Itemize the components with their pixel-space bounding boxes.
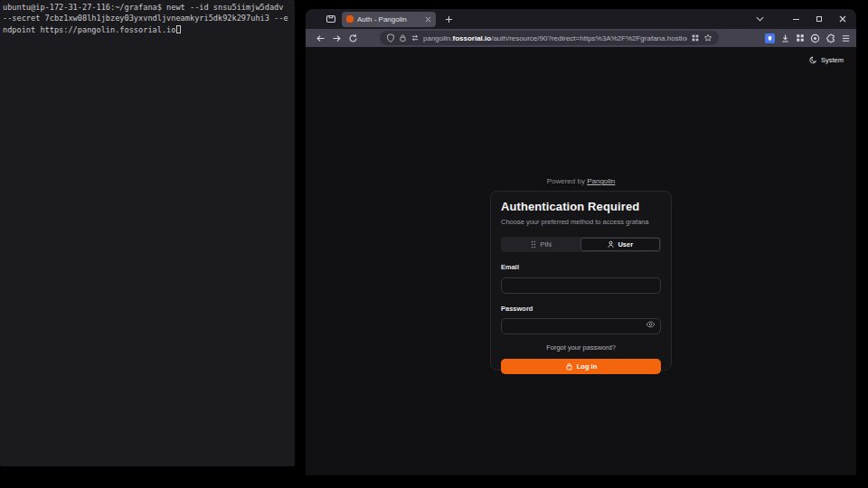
tab-pin-label: PIN	[540, 240, 552, 249]
connection-lock-icon[interactable]	[399, 33, 407, 42]
terminal-line: ubuntu@ip-172-31-27-116:~/grafana$ newt …	[3, 2, 295, 13]
tab-close-icon[interactable]	[425, 16, 431, 23]
user-person-icon	[607, 240, 615, 249]
pangolin-brand-link[interactable]: Pangolin	[587, 177, 615, 185]
window-close-icon[interactable]	[836, 13, 849, 25]
tab-list-chevron-down-icon[interactable]	[753, 13, 766, 25]
bookmark-star-icon[interactable]	[703, 33, 712, 42]
terminal-cursor	[176, 25, 180, 33]
password-label: Password	[501, 305, 661, 313]
terminal-line-text: ndpoint https://pangolin.fossorial.io	[3, 25, 175, 34]
window-maximize-icon[interactable]	[813, 13, 826, 25]
circle-extension-icon[interactable]	[810, 33, 820, 43]
firefox-view-icon[interactable]	[326, 14, 336, 24]
screen: ubuntu@ip-172-31-27-116:~/grafana$ newt …	[0, 0, 868, 488]
browser-tab-auth-pangolin[interactable]: Auth - Pangolin	[342, 12, 436, 27]
swap-arrows-permission-icon[interactable]	[410, 33, 420, 42]
password-field[interactable]	[501, 318, 661, 334]
terminal-line: ndpoint https://pangolin.fossorial.io	[3, 24, 295, 35]
terminal-line: --secret 7cbz1xw08lh1jbzey03yxvndljvneam…	[3, 13, 295, 23]
powered-by: Powered by Pangolin	[306, 177, 856, 185]
auth-method-tabs: PIN User	[501, 237, 661, 252]
forward-icon[interactable]	[329, 31, 344, 45]
theme-label: System	[821, 56, 844, 64]
theme-toggle[interactable]: System	[809, 56, 844, 64]
email-label: Email	[501, 263, 661, 271]
auth-card: Authentication Required Choose your pref…	[490, 191, 672, 371]
back-icon[interactable]	[313, 31, 327, 45]
window-controls	[742, 9, 849, 29]
login-lock-icon	[565, 362, 573, 371]
bitwarden-extension-icon[interactable]	[765, 33, 775, 43]
moon-icon	[809, 56, 817, 64]
browser-window: Auth - Pangolin	[306, 9, 856, 475]
url-bar[interactable]: pangolin.fossorial.io/auth/resource/90?r…	[380, 31, 719, 45]
toolbar-extension-icons	[765, 29, 851, 47]
browser-toolbar: pangolin.fossorial.io/auth/resource/90?r…	[306, 29, 856, 47]
tab-user-label: User	[618, 240, 633, 249]
menu-hamburger-icon[interactable]	[841, 33, 851, 43]
squares-page-action-icon[interactable]	[691, 33, 700, 42]
downloads-icon[interactable]	[780, 33, 790, 43]
new-tab-icon[interactable]	[445, 15, 453, 23]
login-button[interactable]: Log in	[501, 359, 661, 374]
pin-dialpad-icon	[530, 240, 537, 249]
card-subtitle: Choose your preferred method to access g…	[501, 218, 661, 226]
auth-page: System Powered by Pangolin Authenticatio…	[306, 47, 856, 475]
tab-title: Auth - Pangolin	[357, 15, 421, 23]
browser-tab-bar: Auth - Pangolin	[306, 9, 856, 29]
pangolin-favicon-icon	[346, 15, 354, 23]
url-text[interactable]: pangolin.fossorial.io/auth/resource/90?r…	[423, 34, 687, 42]
reload-icon[interactable]	[345, 31, 360, 45]
grid-extension-icon[interactable]	[796, 33, 805, 42]
extensions-puzzle-icon[interactable]	[826, 33, 835, 43]
show-password-eye-icon[interactable]	[646, 320, 656, 329]
tracking-protection-shield-icon[interactable]	[386, 33, 395, 42]
tab-user[interactable]: User	[580, 238, 661, 251]
forgot-password-link[interactable]: Forgot your password?	[501, 343, 661, 352]
window-minimize-icon[interactable]	[789, 13, 802, 25]
tab-pin[interactable]: PIN	[502, 238, 580, 251]
card-title: Authentication Required	[501, 200, 661, 213]
login-button-label: Log in	[577, 362, 598, 371]
email-field[interactable]	[501, 277, 661, 294]
terminal-window[interactable]: ubuntu@ip-172-31-27-116:~/grafana$ newt …	[0, 0, 295, 466]
